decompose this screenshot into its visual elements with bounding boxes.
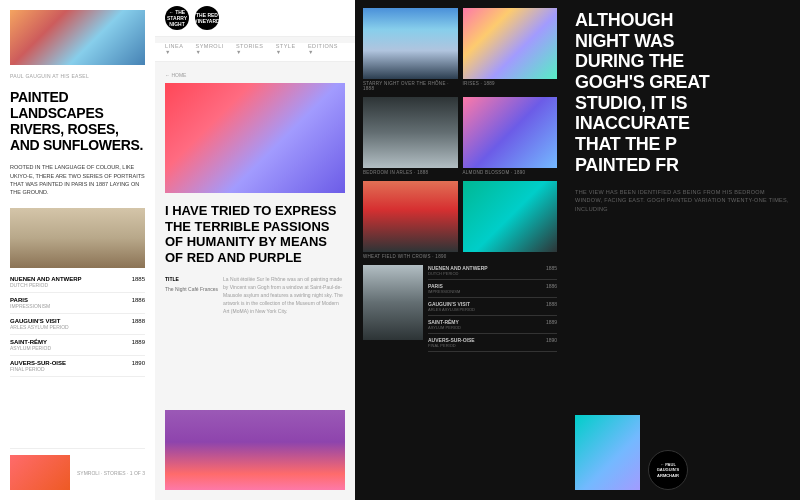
artwork-thumb-2[interactable]: IRISES · 1889 [463, 8, 558, 91]
panel-left-white: PAUL GAUGUIN AT HIS EASEL PAINTEDLANDSCA… [0, 0, 155, 500]
artwork-thumb-6[interactable] [463, 181, 558, 259]
mid-grid-row: BEDROOM IN ARLES · 1888 ALMOND BLOSSOM ·… [363, 97, 557, 175]
panel1-subtext: ROOTED IN THE LANGUAGE OF COLOUR, LIKE U… [10, 163, 145, 196]
artwork-image-3 [363, 97, 458, 168]
artwork-image-5 [363, 181, 458, 252]
panel4-big-quote: ALTHOUGHNIGHT WASDURING THEGOGH'S GREATS… [575, 10, 790, 176]
portrait-artwork [363, 265, 423, 340]
timeline-item[interactable]: PARISIMPRESSIONISM 1886 [10, 297, 145, 314]
artwork-image-1 [363, 8, 458, 79]
nav-link-linea[interactable]: LINEA ▼ [165, 43, 190, 55]
artwork-thumb-5[interactable]: WHEAT FIELD WITH CROWS · 1890 [363, 181, 458, 259]
bottom-grid-row: WHEAT FIELD WITH CROWS · 1890 [363, 181, 557, 259]
artwork-label-4: ALMOND BLOSSOM · 1890 [463, 170, 558, 175]
top-navigation: ← THE STARRY NIGHT THE RED VINEYARD [155, 0, 355, 37]
bottom-bar: SYMROLI · STORIES · 1 OF 3 [10, 448, 145, 490]
timeline-item[interactable]: NUENEN AND ANTWERPDUTCH PERIOD 1885 [10, 276, 145, 293]
top-artwork-image [10, 10, 145, 65]
artwork-label-2: IRISES · 1889 [463, 81, 558, 86]
description-block: TITLE The Night Café Frances La Nuit éto… [165, 275, 345, 315]
bottom-nav: SYMROLI · STORIES · 1 OF 3 [77, 470, 145, 476]
panel2-content: ← HOME I HAVE TRIED TO EXPRESS THE TERRI… [155, 62, 355, 500]
portrait-image [10, 208, 145, 268]
nav-red-vineyard-button[interactable]: THE RED VINEYARD [195, 6, 219, 30]
panel-second-white: ← THE STARRY NIGHT THE RED VINEYARD LINE… [155, 0, 355, 500]
timeline-item[interactable]: AUVERS-SUR-OISEFINAL PERIOD 1890 [10, 360, 145, 377]
artwork-image-4 [463, 97, 558, 168]
artwork-label-5: WHEAT FIELD WITH CROWS · 1890 [363, 254, 458, 259]
bottom-section: ← PAUL GAUGUIN'S ARMCHAIR [575, 415, 790, 490]
nav-link-editions[interactable]: EDITIONS ▼ [308, 43, 345, 55]
portrait-section: NUENEN AND ANTWERPDUTCH PERIOD1885 PARIS… [363, 265, 557, 352]
artwork-thumb-1[interactable]: STARRY NIGHT OVER THE RHÔNE · 1888 [363, 8, 458, 91]
artwork-label-3: BEDROOM IN ARLES · 1888 [363, 170, 458, 175]
timeline-list: NUENEN AND ANTWERPDUTCH PERIOD 1885 PARI… [10, 276, 145, 377]
artwork-label-1: STARRY NIGHT OVER THE RHÔNE · 1888 [363, 81, 458, 91]
bottom-cloud-image [165, 410, 345, 490]
nav-starry-night-button[interactable]: ← THE STARRY NIGHT [165, 6, 189, 30]
panel-right-dark: ALTHOUGHNIGHT WASDURING THEGOGH'S GREATS… [565, 0, 800, 500]
artwork-image-6 [463, 181, 558, 252]
bottom-artwork-thumb [575, 415, 640, 490]
bottom-artwork-image [10, 455, 70, 490]
timeline-item[interactable]: GAUGUIN'S VISITARLES ASYLUM PERIOD 1888 [10, 318, 145, 335]
artwork-image-2 [463, 8, 558, 79]
panel1-heading: PAINTEDLANDSCAPESRIVERS, ROSES,AND SUNFL… [10, 89, 145, 153]
artwork-description: La Nuit étoilée Sur le Rhône was an oil … [223, 275, 345, 315]
image-caption: PAUL GAUGUIN AT HIS EASEL [10, 73, 145, 79]
nav-link-style[interactable]: STYLE ▼ [276, 43, 303, 55]
nav-links-bar: LINEA ▼ SYMROLI ▼ STORIES ▼ STYLE ▼ EDIT… [155, 43, 355, 62]
hero-artwork [165, 83, 345, 193]
panel-dark-center: STARRY NIGHT OVER THE RHÔNE · 1888 IRISE… [355, 0, 565, 500]
panel4-small-text: THE VIEW HAS BEEN IDENTIFIED AS BEING FR… [575, 188, 790, 214]
nav-link-symroli[interactable]: SYMROLI ▼ [195, 43, 230, 55]
top-grid-row: STARRY NIGHT OVER THE RHÔNE · 1888 IRISE… [363, 8, 557, 91]
timeline-item[interactable]: SAINT-RÉMYASYLUM PERIOD 1889 [10, 339, 145, 356]
portrait-timeline: NUENEN AND ANTWERPDUTCH PERIOD1885 PARIS… [428, 265, 557, 352]
armchair-button[interactable]: ← PAUL GAUGUIN'S ARMCHAIR [648, 450, 688, 490]
artwork-thumb-4[interactable]: ALMOND BLOSSOM · 1890 [463, 97, 558, 175]
nav-link-stories[interactable]: STORIES ▼ [236, 43, 271, 55]
home-link[interactable]: ← HOME [165, 72, 345, 78]
artwork-thumb-3[interactable]: BEDROOM IN ARLES · 1888 [363, 97, 458, 175]
hero-quote: I HAVE TRIED TO EXPRESS THE TERRIBLE PAS… [165, 203, 345, 265]
